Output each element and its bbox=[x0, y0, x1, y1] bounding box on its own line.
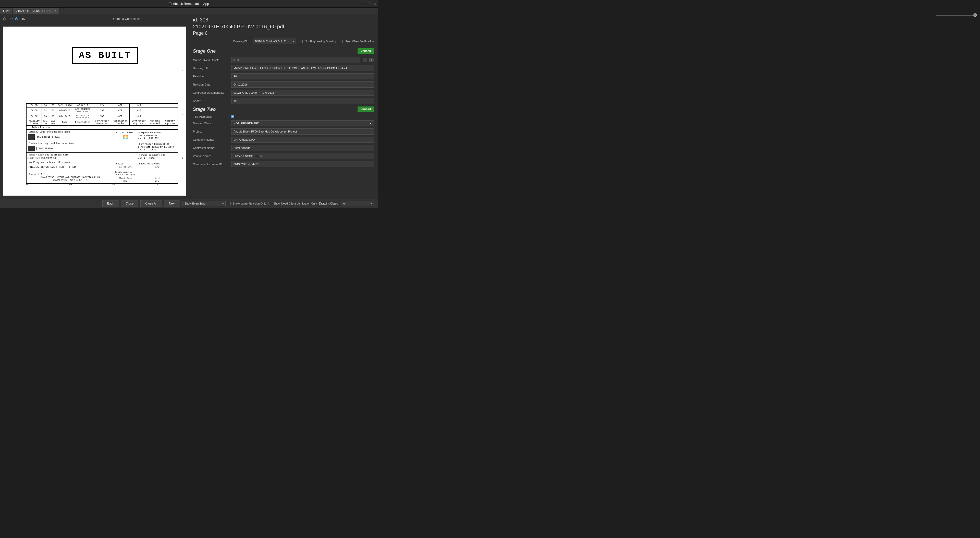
sheet-label: Sheet: bbox=[193, 99, 229, 102]
viewer-toolbar: LD HD Gamma Correction: bbox=[0, 14, 189, 24]
tab-files[interactable]: Files bbox=[0, 8, 13, 14]
sheet-input[interactable]: 1/1 bbox=[231, 98, 374, 104]
stage-two-header: Stage Two Verified bbox=[193, 107, 374, 112]
company-name-label: Company Name: bbox=[193, 138, 229, 141]
tab-files-label: Files bbox=[3, 9, 10, 13]
show-filter-select[interactable]: Show Everything bbox=[182, 201, 226, 206]
stage-two-verified-badge[interactable]: Verified bbox=[358, 107, 374, 112]
eni-logo-icon bbox=[28, 134, 35, 140]
stage-one-verified-badge[interactable]: Verified bbox=[358, 48, 374, 54]
hd-label: HD bbox=[21, 17, 25, 21]
close-window-icon[interactable]: ✕ bbox=[374, 2, 376, 6]
drawing-class-select[interactable]: NOT_REMEDIATED ▾ bbox=[231, 120, 374, 126]
drawing-sheet: AS BUILT M N P EX-AB 00 F0 04/11/2016 AS… bbox=[3, 27, 186, 196]
project-input[interactable]: Angola Block 15/06 East Hub Development … bbox=[231, 128, 374, 134]
contractor-name-input[interactable]: Bumi Armada bbox=[231, 145, 374, 151]
not-engineering-checkbox[interactable]: Not Engineering Drawing bbox=[300, 40, 336, 43]
stage-two-title: Stage Two bbox=[193, 107, 216, 112]
titleblock: EX-AB 00 F0 04/11/2016 AS BUILT LIN APR … bbox=[26, 103, 178, 184]
contractor-doc-label: Contractor Document ID: bbox=[193, 91, 229, 94]
chevron-down-icon: ▾ bbox=[370, 122, 372, 125]
drawing-title-label: Drawing Title: bbox=[193, 67, 229, 70]
drawing-title-input[interactable]: M40-PIPING LAYOUT AND SUPPORT LOCATION P… bbox=[231, 65, 374, 71]
vendor-name-label: Vendor Name: bbox=[193, 155, 229, 158]
skew-label: Manual Skew Offset: bbox=[193, 59, 229, 62]
drawing-bin-label: Drawing Bin: bbox=[233, 40, 249, 43]
stage-one-title: Stage One bbox=[193, 48, 216, 54]
back-button[interactable]: Back bbox=[102, 200, 119, 207]
bin-row: Drawing Bin: BUMI & BUMI AS-BUILT Not En… bbox=[193, 38, 374, 44]
revision-input[interactable]: F0 bbox=[231, 73, 374, 80]
drawing-bin-select[interactable]: BUMI & BUMI AS-BUILT bbox=[253, 38, 296, 44]
titlebar: Titleblock Remediation App — ▢ ✕ bbox=[0, 0, 378, 8]
drawing-class-filter-label: DrawingClass: bbox=[319, 202, 339, 205]
tab-close-icon[interactable]: ✕ bbox=[54, 9, 56, 13]
resolution-radio-group: LD HD bbox=[3, 17, 25, 21]
minimize-icon[interactable]: — bbox=[361, 2, 364, 6]
window-title: Titleblock Remediation App bbox=[169, 2, 209, 6]
revision-table: EX-AB 00 F0 04/11/2016 AS BUILT LIN APR … bbox=[26, 104, 178, 129]
vendor-name-input[interactable]: Olitech ENGINEEERING bbox=[231, 153, 374, 159]
show-latest-checkbox[interactable]: Show Latest Revision Only bbox=[228, 202, 266, 205]
bumi-logo-icon bbox=[28, 146, 35, 152]
bottom-bar: Back Close Close All Next Show Everythin… bbox=[0, 199, 378, 208]
drawing-class-filter-select[interactable]: All bbox=[341, 201, 374, 206]
asbuilt-stamp: AS BUILT bbox=[72, 47, 138, 64]
record-id: id: 308 bbox=[193, 17, 374, 23]
tab-document-label: 21021-OTE-70040-PP-D... bbox=[16, 9, 52, 13]
need-client-checkbox[interactable]: Need Client Verification bbox=[340, 40, 374, 43]
close-button[interactable]: Close bbox=[121, 200, 138, 207]
file-name: 21021-OTE-70040-PP-DW-0116_F0.pdf bbox=[193, 24, 374, 30]
gamma-label: Gamma Correction: bbox=[113, 17, 140, 21]
next-button[interactable]: Next bbox=[164, 200, 180, 207]
tab-document[interactable]: 21021-OTE-70040-PP-D... ✕ bbox=[13, 8, 60, 14]
skew-plus-button[interactable]: + bbox=[369, 58, 374, 62]
ruler-bottom: 14 15 16 17 bbox=[6, 184, 178, 187]
revision-date-label: Revision Date: bbox=[193, 83, 229, 86]
contractor-doc-input[interactable]: 21021-OTE-70040-PP-DW-0116 bbox=[231, 89, 374, 96]
viewer-pane: LD HD Gamma Correction: AS BUILT M N P bbox=[0, 14, 189, 199]
page-number: Page 0 bbox=[193, 30, 374, 36]
company-doc-input[interactable]: 361302DTDPB4707 bbox=[231, 161, 374, 167]
company-doc-label: Company Document ID: bbox=[193, 163, 229, 166]
stage-one-header: Stage One Verified bbox=[193, 48, 374, 54]
revision-label: Revision: bbox=[193, 75, 229, 78]
window-controls: — ▢ ✕ bbox=[361, 2, 376, 6]
revision-date-input[interactable]: 04/11/2016 bbox=[231, 81, 374, 88]
tab-bar: Files 21021-OTE-70040-PP-D... ✕ bbox=[0, 8, 378, 14]
skew-minus-button[interactable]: − bbox=[363, 58, 367, 62]
maximize-icon[interactable]: ▢ bbox=[368, 2, 371, 6]
ld-radio[interactable] bbox=[3, 18, 6, 21]
show-need-client-checkbox[interactable]: Show Need Client Verification Only bbox=[268, 202, 317, 205]
drawing-class-label: Drawing Class: bbox=[193, 122, 229, 125]
ruler-right: M N P bbox=[180, 49, 185, 180]
skew-input[interactable]: 0.00 bbox=[231, 57, 360, 63]
title-mismatch-label: Title Mismatch: bbox=[193, 115, 229, 118]
title-mismatch-checkbox[interactable] bbox=[231, 115, 234, 118]
project-label: Project: bbox=[193, 130, 229, 133]
ld-label: LD bbox=[9, 17, 13, 21]
contractor-name-label: Contractor Name: bbox=[193, 146, 229, 149]
hd-radio[interactable] bbox=[15, 18, 18, 21]
olitech-logo-icon: ◯ bbox=[27, 157, 29, 160]
form-pane: id: 308 21021-OTE-70040-PP-DW-0116_F0.pd… bbox=[189, 14, 378, 199]
close-all-button[interactable]: Close All bbox=[140, 200, 162, 207]
company-name-input[interactable]: ENI Angola S.P.A bbox=[231, 137, 374, 143]
titleblock-body: Company Logo and Business Name eni angol… bbox=[26, 129, 178, 184]
drawing-viewport[interactable]: AS BUILT M N P EX-AB 00 F0 04/11/2016 AS… bbox=[0, 24, 189, 199]
